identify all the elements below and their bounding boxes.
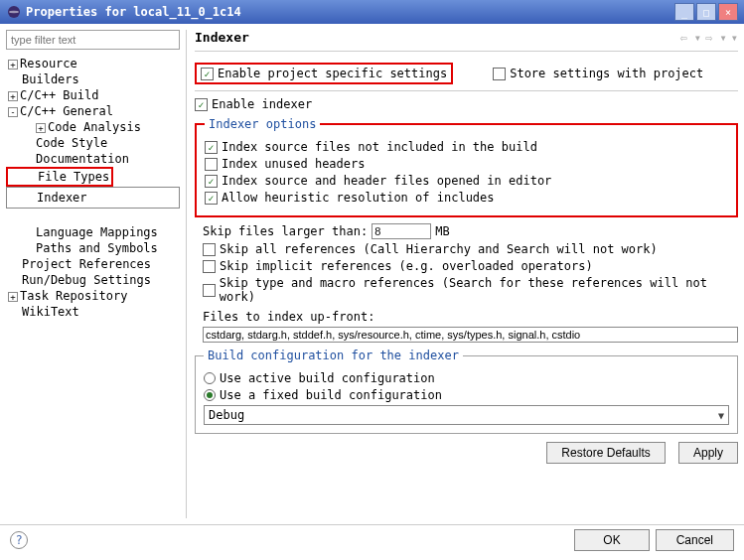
page-title: Indexer [195,30,675,45]
back-icon[interactable]: ⇦ ▾ [679,31,701,45]
allow-heur-checkbox[interactable]: ✓ [205,192,218,205]
enable-indexer-checkbox[interactable]: ✓ [195,98,208,111]
tree-item-cgeneral[interactable]: -C/C++ General [6,103,180,119]
tree-item-taskrepo[interactable]: +Task Repository [6,288,180,304]
eclipse-icon [6,4,22,20]
use-fixed-radio[interactable] [204,389,216,401]
filter-input[interactable] [6,30,180,50]
store-settings-checkbox[interactable] [493,68,506,80]
tree-item-wikitext[interactable]: WikiText [6,304,180,320]
tree-item-rundebug[interactable]: Run/Debug Settings [6,272,180,288]
upfront-label: Files to index up-front: [203,310,374,324]
close-button[interactable]: × [718,3,738,21]
tree-item-filetypes[interactable]: File Types [6,167,113,187]
tree-item-documentation[interactable]: Documentation [6,151,180,167]
window-titlebar: Properties for local_11_0_1c14 _ □ × [0,0,744,24]
ok-button[interactable]: OK [574,529,649,551]
restore-defaults-button[interactable]: Restore Defaults [546,442,665,464]
nav-tree: +Resource Builders +C/C++ Build -C/C++ G… [6,56,180,320]
store-settings-label: Store settings with project [510,67,703,80]
tree-item-codestyle[interactable]: Code Style [6,135,180,151]
skip-all-checkbox[interactable] [203,243,216,256]
maximize-button[interactable]: □ [696,3,716,21]
apply-button[interactable]: Apply [678,442,738,464]
enable-project-checkbox[interactable]: ✓ [201,68,214,80]
build-config-fieldset: Build configuration for the indexer Use … [195,349,738,434]
tree-item-builders[interactable]: Builders [6,71,180,87]
indexer-options-legend: Indexer options [205,117,320,131]
build-config-legend: Build configuration for the indexer [204,349,463,362]
expand-icon[interactable]: + [36,123,46,133]
tree-item-resource[interactable]: +Resource [6,56,180,71]
expand-icon[interactable]: + [8,60,18,70]
tree-item-cbuild[interactable]: +C/C++ Build [6,87,180,103]
tree-item-paths[interactable]: Paths and Symbols [6,240,180,256]
skip-impl-checkbox[interactable] [203,260,216,273]
use-active-radio[interactable] [204,372,216,384]
tree-item-codeanalysis[interactable]: +Code Analysis [6,119,180,135]
chevron-down-icon: ▼ [718,410,724,421]
minimize-button[interactable]: _ [674,3,694,21]
svg-point-1 [9,11,19,13]
forward-icon[interactable]: ⇨ ▾ [705,31,727,45]
help-button[interactable]: ? [10,531,28,549]
tree-item-indexer[interactable]: Indexer [6,187,180,209]
idx-editor-checkbox[interactable]: ✓ [205,175,218,188]
tree-item-projrefs[interactable]: Project References [6,256,180,272]
expand-icon[interactable]: + [8,91,18,101]
skip-larger-input[interactable] [372,223,431,239]
skip-larger-label: Skip files larger than: [203,224,368,238]
indexer-options-fieldset: Indexer options ✓Index source files not … [195,117,738,217]
enable-project-label: Enable project specific settings [218,67,447,80]
idx-src-not-inc-checkbox[interactable]: ✓ [205,141,218,154]
menu-icon[interactable]: ▾ [731,31,738,45]
skip-type-checkbox[interactable] [203,284,216,297]
enable-indexer-label: Enable indexer [212,97,312,111]
collapse-icon[interactable]: - [8,107,18,117]
tree-item-langmap[interactable]: Language Mappings [6,224,180,240]
window-title: Properties for local_11_0_1c14 [26,5,674,19]
mb-label: MB [435,224,449,238]
idx-unused-checkbox[interactable] [205,158,218,171]
config-select[interactable]: Debug ▼ [204,405,729,425]
upfront-input[interactable] [203,327,738,343]
cancel-button[interactable]: Cancel [656,529,734,551]
config-value: Debug [209,408,244,422]
expand-icon[interactable]: + [8,292,18,302]
